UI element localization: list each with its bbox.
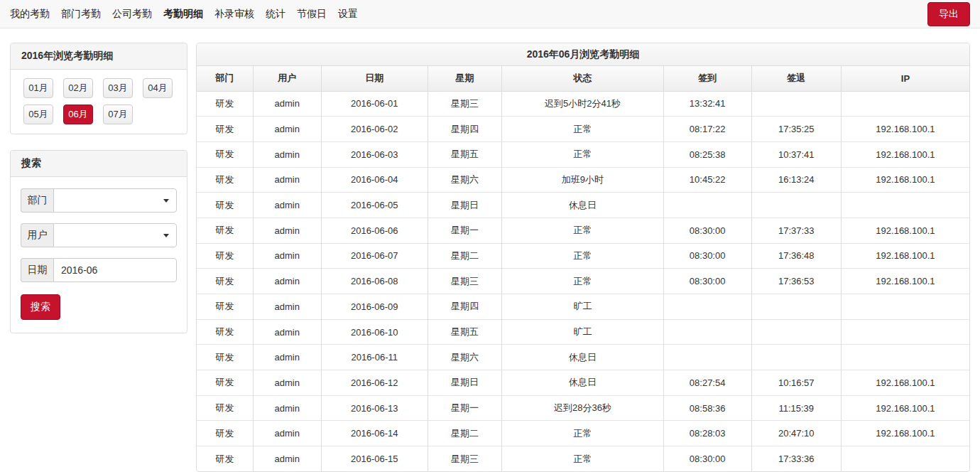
column-header: 签退 [751, 66, 841, 91]
table-cell [841, 446, 969, 472]
month-button-04[interactable]: 04月 [143, 78, 173, 98]
user-select[interactable] [53, 223, 177, 247]
table-cell: admin [253, 117, 321, 142]
chevron-down-icon [163, 234, 169, 237]
table-cell: 20:47:10 [751, 421, 841, 446]
table-row: 研发admin2016-06-13星期一迟到28分36秒08:58:3611:1… [197, 395, 969, 421]
table-cell [663, 193, 751, 218]
table-cell: 星期六 [428, 345, 501, 370]
month-button-02[interactable]: 02月 [63, 78, 93, 98]
table-cell: 08:28:03 [663, 421, 751, 446]
table-cell: 研发 [197, 395, 253, 421]
table-cell: 192.168.100.1 [841, 269, 969, 294]
month-panel: 2016年浏览考勤明细 01月02月03月04月05月06月07月 [10, 43, 187, 134]
table-cell: 192.168.100.1 [841, 243, 969, 269]
nav-item-4-active[interactable]: 考勤明细 [158, 8, 209, 21]
column-header: 星期 [428, 66, 501, 91]
table-cell: 17:35:25 [751, 117, 841, 142]
column-header: IP [841, 66, 969, 91]
month-buttons: 01月02月03月04月05月06月07月 [11, 70, 187, 134]
table-cell [841, 193, 969, 218]
nav-item-2[interactable]: 部门考勤 [55, 8, 107, 21]
table-cell: 正常 [502, 117, 663, 142]
department-label: 部门 [21, 188, 53, 213]
table-cell [751, 193, 841, 218]
month-button-07[interactable]: 07月 [103, 104, 133, 124]
table-cell: 研发 [197, 243, 253, 269]
table-row: 研发admin2016-06-04星期六加班9小时10:45:2216:13:2… [197, 167, 969, 193]
table-cell: 2016-06-04 [321, 167, 428, 193]
table-cell: admin [253, 167, 321, 193]
table-cell: 星期三 [428, 446, 501, 472]
table-cell: 2016-06-14 [321, 421, 428, 446]
table-cell: 星期三 [428, 269, 501, 294]
table-cell: 10:45:22 [663, 167, 751, 193]
table-cell: 2016-06-15 [321, 446, 428, 472]
table-cell: 休息日 [502, 370, 663, 396]
table-cell: 星期三 [428, 91, 501, 117]
column-header: 状态 [502, 66, 663, 91]
date-input[interactable] [53, 258, 177, 282]
table-cell: 研发 [197, 421, 253, 446]
table-row: 研发admin2016-06-02星期四正常08:17:2217:35:2519… [197, 117, 969, 142]
table-cell: 08:25:38 [663, 141, 751, 167]
table-cell: 旷工 [502, 294, 663, 320]
table-cell [841, 319, 969, 345]
table-cell: 10:37:41 [751, 141, 841, 167]
table-cell: 研发 [197, 218, 253, 243]
table-cell: 星期四 [428, 294, 501, 320]
table-cell: 2016-06-05 [321, 193, 428, 218]
table-cell: admin [253, 218, 321, 243]
attendance-app: 我的考勤部门考勤公司考勤考勤明细补录审核统计节假日设置 导出 2016年浏览考勤… [0, 0, 980, 472]
table-cell: admin [253, 243, 321, 269]
table-cell: 正常 [502, 446, 663, 472]
search-panel-title: 搜索 [11, 151, 187, 177]
table-cell: 16:13:24 [751, 167, 841, 193]
nav-item-1[interactable]: 我的考勤 [4, 8, 55, 21]
month-button-06[interactable]: 06月 [63, 104, 93, 124]
table-cell: 研发 [197, 446, 253, 472]
table-cell: 星期二 [428, 243, 501, 269]
table-cell: admin [253, 294, 321, 320]
column-header: 部门 [197, 66, 253, 91]
month-button-03[interactable]: 03月 [103, 78, 133, 98]
table-cell: 研发 [197, 91, 253, 117]
table-cell: admin [253, 370, 321, 396]
nav-item-6[interactable]: 统计 [260, 8, 291, 21]
table-row: 研发admin2016-06-05星期日休息日 [197, 193, 969, 218]
department-select[interactable] [53, 188, 177, 213]
table-cell: 研发 [197, 370, 253, 396]
table-cell: 2016-06-01 [321, 91, 428, 117]
table-cell: 17:37:33 [751, 218, 841, 243]
month-button-05[interactable]: 05月 [23, 104, 53, 124]
top-nav: 我的考勤部门考勤公司考勤考勤明细补录审核统计节假日设置 导出 [0, 0, 980, 28]
table-cell: 休息日 [502, 345, 663, 370]
main-content: 2016年06月浏览考勤明细 部门用户日期星期状态签到签退IP 研发admin2… [196, 43, 970, 472]
nav-item-3[interactable]: 公司考勤 [107, 8, 158, 21]
table-cell: 研发 [197, 345, 253, 370]
search-fields: 部门用户日期搜索 [11, 177, 187, 333]
table-cell: admin [253, 319, 321, 345]
table-cell: admin [253, 345, 321, 370]
table-cell: 正常 [502, 218, 663, 243]
table-cell: 08:30:00 [663, 218, 751, 243]
table-cell: 192.168.100.1 [841, 218, 969, 243]
search-button[interactable]: 搜索 [21, 294, 60, 320]
table-cell: 2016-06-03 [321, 141, 428, 167]
user-label: 用户 [21, 223, 53, 247]
table-cell [841, 294, 969, 320]
table-cell: 10:16:57 [751, 370, 841, 396]
table-cell: 研发 [197, 319, 253, 345]
month-button-01[interactable]: 01月 [23, 78, 53, 98]
nav-item-7[interactable]: 节假日 [291, 8, 332, 21]
table-cell: 2016-06-11 [321, 345, 428, 370]
table-cell [663, 294, 751, 320]
department-field-group: 部门 [21, 188, 177, 213]
export-button[interactable]: 导出 [927, 2, 970, 26]
date-label: 日期 [21, 258, 53, 282]
nav-item-8[interactable]: 设置 [332, 8, 364, 21]
table-cell: 研发 [197, 141, 253, 167]
table-row: 研发admin2016-06-15星期三正常08:30:0017:33:36 [197, 446, 969, 472]
nav-item-5[interactable]: 补录审核 [209, 8, 260, 21]
table-cell [841, 345, 969, 370]
